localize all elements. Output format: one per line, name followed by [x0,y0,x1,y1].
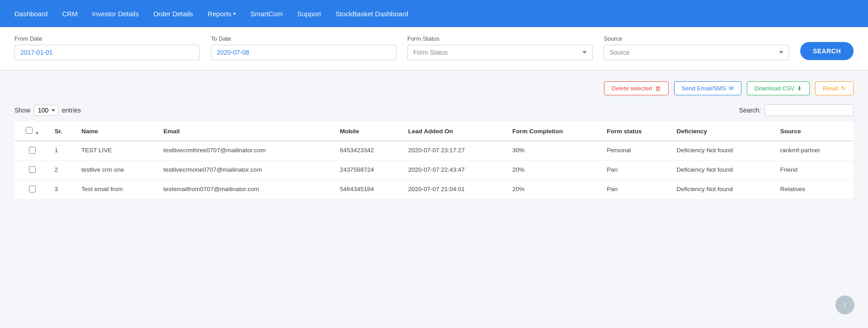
reset-icon: ↻ [841,85,846,92]
nav-investor-details[interactable]: Investor Details [92,10,139,18]
col-lead-added-on: Lead Added On [404,122,508,141]
nav-crm[interactable]: CRM [62,10,77,18]
search-box: Search: [739,104,854,116]
cell-lead-added-on: 2020-07-07 23:17:27 [404,141,508,161]
col-deficiency: Deficiency [672,122,775,141]
from-date-group: From Date [14,35,200,60]
row-checkbox[interactable] [29,186,36,192]
form-status-select[interactable]: Form Status [407,45,593,60]
nav-support[interactable]: Support [297,10,321,18]
source-select[interactable]: Source [604,45,789,60]
col-mobile: Mobile [335,122,404,141]
reset-button[interactable]: Reset ↻ [815,81,854,95]
entries-label: entries [62,107,81,114]
select-all-checkbox[interactable] [26,127,33,134]
cell-mobile: 6453423342 [335,141,404,161]
cell-mobile: 5464345184 [335,180,404,200]
delete-selected-label: Delete selected [612,85,652,92]
cell-form-status: Pan [602,161,672,180]
action-row: Delete selected 🗑 Send Email/SMS ✉ Downl… [14,81,854,95]
cell-form-status: Pan [602,180,672,200]
table-search-input[interactable] [764,104,854,116]
cell-source: Friend [776,161,854,180]
cell-deficiency: Deficiency Not found [672,180,775,200]
send-email-sms-label: Send Email/SMS [682,85,726,92]
download-csv-button[interactable]: Download CSV ⬇ [747,81,810,95]
cell-email: testemailfrom0707@mailinator.com [159,180,335,200]
cell-deficiency: Deficiency Not found [672,141,775,161]
entries-select[interactable]: 10 25 50 100 [34,105,58,116]
content-area: Delete selected 🗑 Send Email/SMS ✉ Downl… [0,70,868,211]
form-status-label: Form Status [407,35,593,42]
delete-selected-button[interactable]: Delete selected 🗑 [604,81,669,95]
col-form-status: Form status [602,122,672,141]
cell-email: testlivecrmthree0707@mailinator.com [159,141,335,161]
cell-sr: 3 [50,180,77,200]
to-date-label: To Date [211,35,396,42]
show-label: Show [14,107,30,114]
send-email-sms-button[interactable]: Send Email/SMS ✉ [674,81,741,95]
download-csv-label: Download CSV [755,85,794,92]
cell-sr: 2 [50,161,77,180]
cell-form-completion: 20% [508,161,602,180]
table-row: 1 TEST LIVE testlivecrmthree0707@mailina… [14,141,854,161]
form-status-group: Form Status Form Status [407,35,593,60]
show-entries: Show 10 25 50 100 entries [14,105,81,116]
nav-dashboard[interactable]: Dashboard [14,10,47,18]
nav-order-details[interactable]: Order Details [153,10,193,18]
col-checkbox: ▲ [14,122,50,141]
cell-source: rankmf-partner [776,141,854,161]
chevron-down-icon: ▾ [233,11,236,17]
row-checkbox[interactable] [29,166,36,173]
table-controls: Show 10 25 50 100 entries Search: [14,104,854,116]
nav-stockbasket-dashboard[interactable]: StockBasket Dashboard [335,10,408,18]
cell-name: Test email from [77,180,159,200]
source-group: Source Source [604,35,789,60]
cell-deficiency: Deficiency Not found [672,161,775,180]
sort-arrows: ▲ [35,130,39,135]
csv-icon: ⬇ [797,85,802,92]
cell-form-completion: 30% [508,141,602,161]
cell-name: testlive crm one [77,161,159,180]
col-name: Name [77,122,159,141]
to-date-input[interactable] [211,45,396,60]
row-checkbox[interactable] [29,147,36,154]
cell-email: testlivecrmone0707@mailinator.com [159,161,335,180]
cell-mobile: 2437568724 [335,161,404,180]
search-button[interactable]: SEARCH [800,42,854,60]
cell-name: TEST LIVE [77,141,159,161]
col-source: Source [776,122,854,141]
reset-label: Reset [823,85,838,92]
trash-icon: 🗑 [655,85,661,92]
search-label: Search: [739,107,761,114]
email-icon: ✉ [729,85,734,92]
main-nav: Dashboard CRM Investor Details Order Det… [0,0,868,27]
cell-lead-added-on: 2020-07-07 22:43:47 [404,161,508,180]
cell-sr: 1 [50,141,77,161]
table-row: 2 testlive crm one testlivecrmone0707@ma… [14,161,854,180]
nav-smartcom[interactable]: SmartCom [250,10,283,18]
col-sr: Sr. [50,122,77,141]
to-date-group: To Date [211,35,396,60]
col-form-completion: Form Completion [508,122,602,141]
cell-lead-added-on: 2020-07-07 21:04:01 [404,180,508,200]
table-row: 3 Test email from testemailfrom0707@mail… [14,180,854,200]
nav-reports[interactable]: Reports ▾ [208,10,236,18]
source-label: Source [604,35,789,42]
cell-source: Relatives [776,180,854,200]
col-email: Email [159,122,335,141]
from-date-input[interactable] [14,45,200,60]
cell-form-completion: 20% [508,180,602,200]
data-table: ▲ Sr. Name Email Mobile Lead Added On Fo… [14,122,854,200]
from-date-label: From Date [14,35,200,42]
cell-form-status: Personal [602,141,672,161]
filter-bar: From Date To Date Form Status Form Statu… [0,27,868,70]
